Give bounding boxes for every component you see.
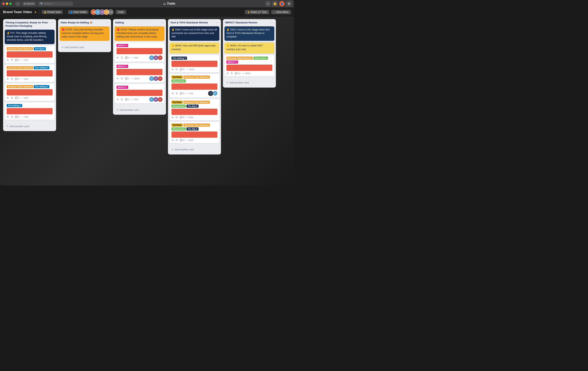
card-impact-who[interactable]: 🙂 WHO: Vin and Liz (both NOT needed, jus… — [224, 42, 274, 53]
card-editing-2[interactable]: IMPACT+ 👁 ☰ 💬 2 ✓ 10/14 A B C — [115, 63, 164, 83]
card-filming-3[interactable]: Revenue Team Request The Selling 7 👁 ☰ 💬… — [5, 84, 54, 101]
home-button[interactable]: ⌂ — [15, 1, 21, 6]
card-taya-info[interactable]: ✌️ ONLY move out of this stage once all … — [169, 26, 219, 41]
card-impact-1[interactable]: Revenue Team Request Blog Article IMPACT… — [224, 55, 274, 76]
card-meta-checklist: ✓ 6/14 — [22, 59, 28, 61]
card-taya-2[interactable]: YouTube Revenue Team Request Blog Articl… — [169, 74, 219, 98]
card-labels: IMPACT+ — [116, 86, 162, 89]
team-icon: 👥 — [70, 11, 73, 13]
card-meta-list: ☰ — [121, 98, 123, 101]
avatar-more[interactable]: +10 — [108, 9, 113, 15]
add-card-button-impact[interactable]: + Add another card — [224, 79, 274, 86]
checklist-icon: ✓ — [22, 59, 24, 61]
card-taya-info-text: ✌️ ONLY move out of this stage once all … — [171, 28, 217, 39]
comment-icon: 💬 — [180, 139, 183, 142]
maximize-button[interactable] — [9, 2, 12, 5]
add-card-button-tech-taya[interactable]: + Add another card — [169, 146, 219, 153]
label-impact: IMPACT+ — [116, 65, 128, 68]
avatar-button[interactable]: 👤 — [279, 1, 285, 6]
add-button[interactable]: + — [265, 1, 271, 6]
notifications-button[interactable]: 🔔 — [272, 1, 278, 6]
comment-icon: 💬 — [15, 78, 18, 80]
card-meta-list: ☰ — [11, 115, 13, 118]
card-filming-1[interactable]: Revenue Team Request The Big 5 👁 ☰ 💬 3 ✓… — [5, 46, 54, 63]
comment-icon: 💬 — [15, 115, 18, 118]
column-cards-editing-ready: 🔴 STOP: Your post-filming checklist must… — [58, 26, 111, 43]
card-footer: 👁 ☰ 💬 6 ✓ 6/14 — [171, 116, 217, 119]
avatar-1: A — [149, 76, 154, 81]
card-meta-eye: 👁 — [226, 72, 229, 75]
team-visible-label: Team Visible — [74, 11, 87, 13]
avatar-2: B — [154, 76, 158, 81]
butler-icon: 🤵 — [247, 11, 250, 13]
card-taya-4[interactable]: YouTube Revenue Team Request Blog Articl… — [169, 122, 219, 143]
boards-icon: ⊞ — [24, 2, 26, 5]
card-editing-1[interactable]: IMPACT+ 👁 ☰ 💬 3 ✓ 4/14 A B C — [115, 42, 164, 62]
butler-button[interactable]: 🤵 Butler (17 Tips) — [245, 10, 269, 14]
star-button[interactable]: ★ — [34, 11, 37, 14]
label-youtube: YouTube — [171, 101, 183, 104]
list-icon: ☰ — [11, 78, 13, 80]
add-card-button-editing-ready[interactable]: + Add another card — [60, 44, 109, 51]
card-footer: 👁 ☰ 💬 3 ✓ 6/14 — [7, 78, 52, 80]
minimize-button[interactable] — [6, 2, 8, 5]
column-menu-button-filming[interactable]: ··· — [51, 21, 54, 24]
add-card-label: Add another card — [229, 81, 249, 84]
search-bar[interactable]: 🔍 Search — [38, 1, 73, 6]
avatar-3: C — [158, 76, 162, 81]
label-blog: Blog Article — [253, 56, 268, 60]
card-meta-eye: 👁 — [171, 116, 174, 119]
card-meta-comments: 💬 5 — [180, 68, 185, 71]
board-title: Brand Team Video — [3, 10, 32, 14]
eye-icon: 👁 — [7, 59, 9, 61]
boards-button[interactable]: ⊞ Boards — [22, 1, 36, 6]
column-menu-button-editing-ready[interactable]: ··· — [105, 21, 109, 24]
add-card-button-filming[interactable]: + Add another card — [5, 123, 54, 130]
card-stop-filming[interactable]: 🔴 STOP: Your post-filming checklist must… — [60, 26, 109, 41]
card-filming-2[interactable]: Revenue Team Request The Selling 7 👁 ☰ 💬… — [5, 65, 54, 82]
column-filming: Filming Completed, Ready for Post-Produc… — [3, 19, 56, 131]
settings-button[interactable]: ⚙ — [286, 1, 292, 6]
column-menu-button-editing[interactable]: ··· — [160, 21, 164, 24]
card-footer: 👁 ☰ 💬 3 ✓ 6/14 — [7, 59, 52, 61]
card-taya-who[interactable]: 🙂 WHO: Alex and Will (both approvals nee… — [169, 42, 219, 53]
card-meta-checklist: ✓ 10/14 — [242, 72, 251, 75]
label-big5: The Big 5 — [187, 127, 199, 131]
card-taya-3[interactable]: YouTube Revenue Team Request Blog Articl… — [169, 99, 219, 120]
label-blog: Blog Article — [171, 127, 186, 131]
checklist-icon: ✓ — [132, 56, 134, 59]
card-color-bar — [7, 108, 52, 114]
checklist-icon: ✓ — [132, 98, 134, 101]
comment-icon: 💬 — [15, 59, 18, 61]
card-stop-editing[interactable]: 🔴 STOP: Please confirm all pre/post chec… — [115, 26, 164, 41]
avatar-1: A — [149, 55, 154, 60]
card-color-bar — [171, 131, 217, 138]
card-meta-eye: 👁 — [7, 78, 9, 80]
add-card-button-editing[interactable]: + Add another card — [115, 107, 164, 113]
private-team-tag[interactable]: 🔒 Private Team — [42, 10, 63, 14]
card-editing-3[interactable]: IMPACT+ 👁 ☰ 💬 2 ✓ 0/14 A B C — [115, 84, 164, 103]
card-labels: YouTube Revenue Team Request Blog Articl… — [171, 76, 217, 83]
card-fyi[interactable]: ✌️ FYI: This stage includes adding visua… — [5, 30, 54, 44]
close-button[interactable] — [2, 2, 5, 5]
column-menu-button-tech-taya[interactable]: ··· — [215, 21, 219, 24]
team-visible-tag[interactable]: 👥 Team Visible — [68, 10, 89, 14]
checklist-icon: ✓ — [22, 115, 24, 118]
card-footer: 👁 ☰ 💬 5 ✓ 7/14 👤 B — [171, 91, 217, 96]
card-meta-checklist: ✓ 7/14 — [187, 92, 193, 95]
visibility-label: Private Team — [47, 11, 61, 13]
card-taya-1[interactable]: The Selling 7 👁 ☰ 💬 5 ✓ 10/14 — [169, 55, 219, 72]
card-meta-checklist: ✓ 4/14 — [132, 56, 138, 59]
menu-dots-icon: ··· — [273, 11, 275, 13]
card-filming-4[interactable]: The Selling 7 👁 ☰ 💬 2 ✓ 4/14 — [5, 102, 54, 120]
add-card-label: Add another card — [174, 148, 194, 151]
column-editing: Editing ··· 🔴 STOP: Please confirm all p… — [113, 19, 166, 115]
invite-button[interactable]: Invite — [116, 10, 126, 14]
card-meta-eye: 👁 — [7, 115, 9, 118]
card-impact-info[interactable]: ✌️ ONLY move to this stage when first Te… — [224, 26, 274, 41]
column-menu-button-impact[interactable]: ··· — [270, 21, 273, 24]
card-meta-checklist: ✓ 0/14 — [132, 98, 138, 101]
eye-icon: 👁 — [116, 77, 119, 80]
show-menu-button[interactable]: ··· Show Menu — [271, 10, 291, 14]
comment-icon: 💬 — [15, 97, 18, 99]
